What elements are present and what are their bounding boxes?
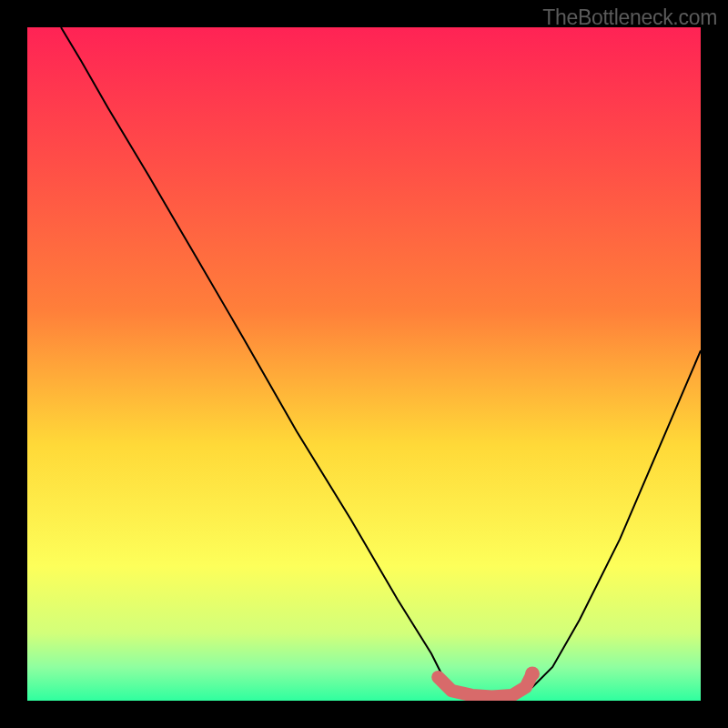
watermark-text: TheBottleneck.com (542, 5, 717, 30)
highlight-end-dot (525, 666, 540, 681)
gradient-background (27, 27, 701, 701)
chart-frame: TheBottleneck.com (0, 0, 728, 728)
chart-svg (27, 27, 701, 701)
plot-area (27, 27, 701, 701)
